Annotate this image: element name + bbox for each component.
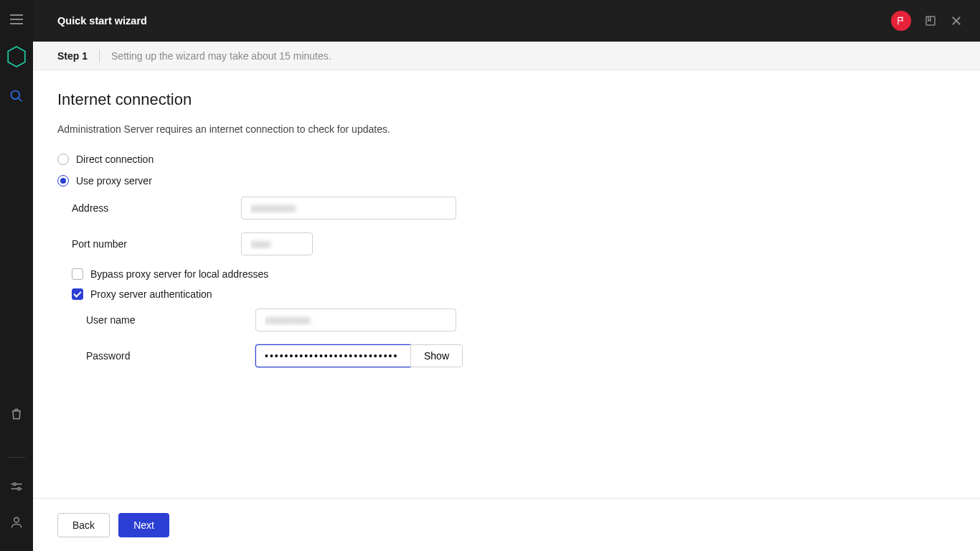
svg-marker-0 [8,47,25,67]
wizard-title: Quick start wizard [57,15,147,27]
page-heading: Internet connection [57,90,956,109]
close-icon[interactable] [950,14,963,27]
bookmark-icon[interactable] [924,14,937,27]
checkbox-label: Bypass proxy server for local addresses [90,268,268,280]
step-description: Setting up the wizard may take about 15 … [111,50,331,62]
search-icon[interactable] [9,89,24,103]
user-icon[interactable] [9,515,24,529]
address-label: Address [72,202,241,214]
port-label: Port number [72,238,241,250]
bag-icon[interactable] [9,407,24,421]
sliders-icon[interactable] [9,479,24,494]
app-sidebar [0,0,33,551]
wizard-header: Quick start wizard [33,0,980,42]
svg-point-4 [14,483,16,485]
port-input[interactable] [241,232,313,255]
username-input[interactable] [255,309,456,331]
checkbox-bypass-local[interactable]: Bypass proxy server for local addresses [72,268,956,280]
radio-label: Use proxy server [76,175,152,187]
checkbox-proxy-auth[interactable]: Proxy server authentication [72,288,956,300]
app-logo-icon [7,46,26,67]
step-label: Step 1 [57,50,88,62]
menu-icon[interactable] [10,14,23,24]
radio-use-proxy[interactable]: Use proxy server [57,175,956,187]
radio-direct-connection[interactable]: Direct connection [57,154,956,165]
back-button[interactable]: Back [57,513,110,537]
address-input[interactable] [241,197,456,220]
flag-button[interactable] [891,11,911,31]
radio-icon [57,175,69,187]
svg-point-7 [14,517,19,522]
checkbox-label: Proxy server authentication [90,288,212,300]
checkbox-icon [72,268,83,280]
svg-point-6 [18,488,20,490]
wizard-content: Internet connection Administration Serve… [33,70,980,498]
next-button[interactable]: Next [118,513,169,537]
svg-line-2 [19,98,22,102]
password-input[interactable] [255,344,410,367]
password-label: Password [86,350,255,362]
flag-icon [896,16,906,26]
svg-point-1 [11,91,20,100]
radio-icon [57,154,69,165]
step-bar: Step 1 Setting up the wizard may take ab… [33,42,980,70]
step-divider [99,50,100,62]
show-password-button[interactable]: Show [410,344,463,367]
checkbox-icon [72,288,83,300]
radio-label: Direct connection [76,154,154,165]
sidebar-divider [8,457,25,458]
username-label: User name [86,314,255,326]
page-subtext: Administration Server requires an intern… [57,123,956,135]
wizard-footer: Back Next [33,498,980,551]
